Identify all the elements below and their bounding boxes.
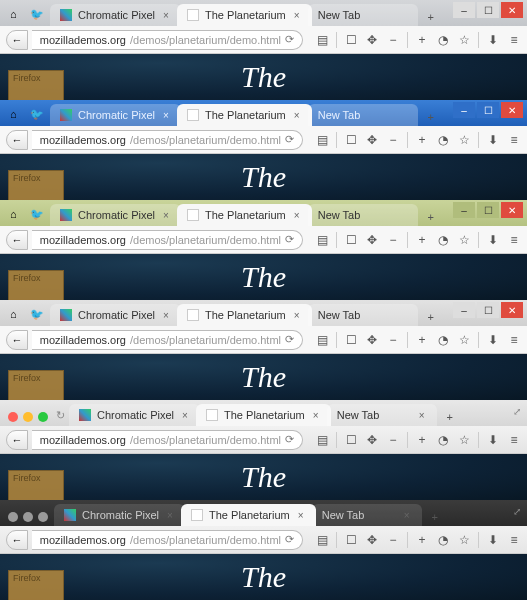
tab-close-icon[interactable]: × <box>161 10 171 21</box>
move-icon[interactable]: ✥ <box>365 433 379 447</box>
tab-close-icon[interactable]: × <box>296 510 306 521</box>
hamburger-menu-icon[interactable]: ≡ <box>507 133 521 147</box>
tab-close-icon[interactable]: × <box>180 410 190 421</box>
window-minimize-button[interactable]: – <box>453 202 475 218</box>
bookmark-star-icon[interactable]: ☆ <box>457 133 471 147</box>
window-maximize-button[interactable]: ☐ <box>477 102 499 118</box>
mac-close-button[interactable] <box>8 512 18 522</box>
home-icon[interactable]: ⌂ <box>10 308 24 322</box>
zoom-in-icon[interactable]: + <box>415 33 429 47</box>
zoom-in-icon[interactable]: + <box>415 133 429 147</box>
url-bar[interactable]: mozillademos.org/demos/planetarium/demo.… <box>32 330 303 350</box>
hamburger-menu-icon[interactable]: ≡ <box>507 33 521 47</box>
back-button[interactable]: ← <box>6 130 28 150</box>
window-minimize-button[interactable]: – <box>453 302 475 318</box>
tab-close-icon[interactable]: × <box>402 510 412 521</box>
tab-chromatic-pixel[interactable]: Chromatic Pixel × <box>50 104 181 126</box>
feed-icon[interactable]: ▤ <box>315 333 329 347</box>
tab-close-icon[interactable]: × <box>161 110 171 121</box>
back-button[interactable]: ← <box>6 30 28 50</box>
window-maximize-button[interactable]: ☐ <box>477 202 499 218</box>
downloads-icon[interactable]: ⬇ <box>486 333 500 347</box>
tab-new-tab[interactable]: New Tab <box>308 4 418 26</box>
history-icon[interactable]: ◔ <box>436 233 450 247</box>
reload-icon[interactable]: ⟳ <box>285 33 294 46</box>
mac-zoom-button[interactable] <box>38 412 48 422</box>
reload-icon[interactable]: ⟳ <box>285 233 294 246</box>
zoom-out-icon[interactable]: − <box>386 233 400 247</box>
mac-minimize-button[interactable] <box>23 412 33 422</box>
move-icon[interactable]: ✥ <box>365 233 379 247</box>
back-button[interactable]: ← <box>6 230 28 250</box>
url-bar[interactable]: mozillademos.org/demos/planetarium/demo.… <box>32 230 303 250</box>
reader-icon[interactable]: ☐ <box>344 233 358 247</box>
reload-icon[interactable]: ⟳ <box>285 433 294 446</box>
hamburger-menu-icon[interactable]: ≡ <box>507 433 521 447</box>
downloads-icon[interactable]: ⬇ <box>486 33 500 47</box>
tab-close-icon[interactable]: × <box>161 310 171 321</box>
home-icon[interactable]: ⌂ <box>10 108 24 122</box>
history-icon[interactable]: ◔ <box>436 433 450 447</box>
feed-icon[interactable]: ▤ <box>315 33 329 47</box>
tab-close-icon[interactable]: × <box>292 210 302 221</box>
mac-minimize-button[interactable] <box>23 512 33 522</box>
zoom-in-icon[interactable]: + <box>415 433 429 447</box>
zoom-out-icon[interactable]: − <box>386 333 400 347</box>
tab-chromatic-pixel[interactable]: Chromatic Pixel × <box>50 304 181 326</box>
history-icon[interactable]: ◔ <box>436 33 450 47</box>
reader-icon[interactable]: ☐ <box>344 33 358 47</box>
tab-close-icon[interactable]: × <box>292 110 302 121</box>
tab-chromatic-pixel[interactable]: Chromatic Pixel × <box>69 404 200 426</box>
window-close-button[interactable]: ✕ <box>501 2 523 18</box>
move-icon[interactable]: ✥ <box>365 533 379 547</box>
feed-icon[interactable]: ▤ <box>315 533 329 547</box>
new-tab-button[interactable]: + <box>420 8 442 26</box>
mac-close-button[interactable] <box>8 412 18 422</box>
tab-close-icon[interactable]: × <box>292 310 302 321</box>
feed-icon[interactable]: ▤ <box>315 233 329 247</box>
back-button[interactable]: ← <box>6 430 28 450</box>
reload-icon[interactable]: ⟳ <box>285 133 294 146</box>
reload-icon[interactable]: ⟳ <box>285 333 294 346</box>
twitter-icon[interactable]: 🐦 <box>30 308 44 322</box>
twitter-icon[interactable]: 🐦 <box>30 8 44 22</box>
zoom-out-icon[interactable]: − <box>386 133 400 147</box>
hamburger-menu-icon[interactable]: ≡ <box>507 333 521 347</box>
new-tab-button[interactable]: + <box>439 408 461 426</box>
new-tab-button[interactable]: + <box>420 108 442 126</box>
tab-new-tab[interactable]: New Tab <box>308 104 418 126</box>
back-button[interactable]: ← <box>6 530 28 550</box>
zoom-out-icon[interactable]: − <box>386 33 400 47</box>
new-tab-button[interactable]: + <box>424 508 446 526</box>
tab-chromatic-pixel[interactable]: Chromatic Pixel × <box>50 204 181 226</box>
tab-planetarium[interactable]: The Planetarium × <box>177 204 312 226</box>
history-icon[interactable]: ◔ <box>436 133 450 147</box>
bookmark-star-icon[interactable]: ☆ <box>457 233 471 247</box>
tab-planetarium[interactable]: The Planetarium × <box>196 404 331 426</box>
mac-fullscreen-icon[interactable]: ⤢ <box>513 406 521 417</box>
zoom-out-icon[interactable]: − <box>386 533 400 547</box>
hamburger-menu-icon[interactable]: ≡ <box>507 533 521 547</box>
zoom-in-icon[interactable]: + <box>415 533 429 547</box>
tab-new-tab[interactable]: New Tab × <box>312 504 422 526</box>
window-close-button[interactable]: ✕ <box>501 102 523 118</box>
tab-new-tab[interactable]: New Tab × <box>327 404 437 426</box>
tab-close-icon[interactable]: × <box>165 510 175 521</box>
downloads-icon[interactable]: ⬇ <box>486 533 500 547</box>
downloads-icon[interactable]: ⬇ <box>486 233 500 247</box>
twitter-icon[interactable]: 🐦 <box>30 108 44 122</box>
zoom-in-icon[interactable]: + <box>415 233 429 247</box>
tab-planetarium[interactable]: The Planetarium × <box>177 104 312 126</box>
move-icon[interactable]: ✥ <box>365 133 379 147</box>
reload-icon[interactable]: ⟳ <box>285 533 294 546</box>
url-bar[interactable]: mozillademos.org/demos/planetarium/demo.… <box>32 30 303 50</box>
bookmark-star-icon[interactable]: ☆ <box>457 533 471 547</box>
reader-icon[interactable]: ☐ <box>344 533 358 547</box>
mac-zoom-button[interactable] <box>38 512 48 522</box>
url-bar[interactable]: mozillademos.org/demos/planetarium/demo.… <box>32 430 303 450</box>
tab-close-icon[interactable]: × <box>161 210 171 221</box>
tab-planetarium[interactable]: The Planetarium × <box>177 4 312 26</box>
zoom-in-icon[interactable]: + <box>415 333 429 347</box>
reader-icon[interactable]: ☐ <box>344 333 358 347</box>
window-close-button[interactable]: ✕ <box>501 202 523 218</box>
